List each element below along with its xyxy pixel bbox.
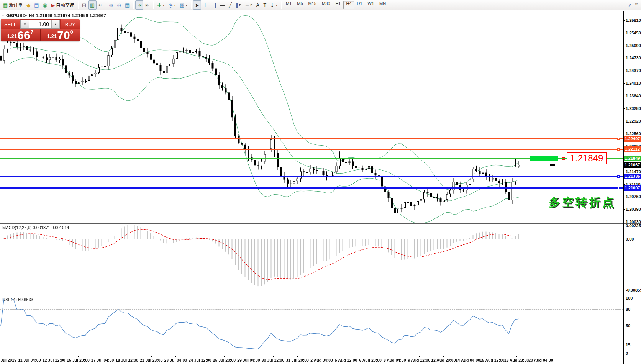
tile-windows-button[interactable]: ▦ xyxy=(123,0,131,10)
dropdown-arrow-icon[interactable]: ▾ xyxy=(186,3,187,7)
time-axis-label: 21 Jul 23:00 xyxy=(140,358,163,362)
annotation-text[interactable]: 多空转折点 xyxy=(549,195,616,210)
resistance-line-upper[interactable] xyxy=(0,138,623,139)
time-axis-label: 5 Aug 12:00 xyxy=(335,358,357,362)
resistance-line-lower-handle[interactable] xyxy=(617,148,620,151)
crosshair-button[interactable]: ✛ xyxy=(201,0,209,10)
templates-button[interactable]: ▨▾ xyxy=(177,0,189,10)
price-axis-label: 1.24370 xyxy=(626,68,640,73)
text-icon: A xyxy=(256,3,259,8)
cursor-button[interactable]: ➤ xyxy=(193,0,201,10)
price-axis-label: 1.25810 xyxy=(626,18,640,23)
mt4-window: ▦新订单◆▤◉▶自动交易⊟▥≈⊕⊖▦⇥⇤✚▾◷▾▨▾➤✛|—╱∥E≣FAT⇣▾M… xyxy=(0,0,641,364)
horizontal-line-button[interactable]: — xyxy=(218,0,227,10)
timeframe-m5-button[interactable]: M5 xyxy=(294,1,305,9)
resistance-line-upper-handle[interactable] xyxy=(617,138,620,140)
vertical-line-button[interactable]: | xyxy=(213,0,218,10)
channel-button[interactable]: ∥E xyxy=(234,0,243,10)
signals-button[interactable]: ◉ xyxy=(41,0,49,10)
indicators-button[interactable]: ✚▾ xyxy=(155,0,166,10)
timeframe-h4-button[interactable]: H4 xyxy=(343,1,354,9)
price-axis-label: 1.20750 xyxy=(626,194,640,199)
pane-divider[interactable] xyxy=(0,225,641,225)
search-icon[interactable]: ⌕ xyxy=(629,2,632,8)
metaeditor-icon: ◆ xyxy=(26,3,30,8)
zoom-out-button[interactable]: ⊖ xyxy=(115,0,123,10)
callout-connector-line xyxy=(558,158,567,159)
dropdown-arrow-icon[interactable]: ▾ xyxy=(174,3,175,7)
metaeditor-button[interactable]: ◆ xyxy=(25,0,32,10)
time-axis-label: 31 Jul 20:00 xyxy=(286,358,309,362)
buy-button[interactable]: BUY xyxy=(61,19,80,29)
toolbar-separator xyxy=(133,1,134,9)
macd-axis-label: 0.002256 xyxy=(626,223,641,228)
timeframe-m1-button[interactable]: M1 xyxy=(283,1,294,9)
volume-increase-button[interactable]: ▲ xyxy=(51,20,60,28)
candlestick-chart-button[interactable]: ▥ xyxy=(88,0,97,10)
sell-price-display[interactable]: 1.21 66 7 xyxy=(1,29,40,41)
autotrading-button[interactable]: ▶自动交易 xyxy=(49,0,76,10)
toolbar-separator xyxy=(105,1,105,9)
rsi-axis-label: 15 xyxy=(626,343,640,347)
chart-shift-button[interactable]: ⇤ xyxy=(143,0,151,10)
timeframe-m30-button[interactable]: M30 xyxy=(319,1,333,9)
volume-input[interactable] xyxy=(29,20,51,28)
symbol-period-label: GBPUSD-,H4 xyxy=(6,13,34,18)
timeframe-h1-button[interactable]: H1 xyxy=(333,1,343,9)
periods-button[interactable]: ◷▾ xyxy=(166,0,177,10)
support-line-lower-handle[interactable] xyxy=(617,187,620,189)
new-order-button[interactable]: ▦新订单 xyxy=(1,0,25,10)
pane-divider[interactable] xyxy=(0,223,641,224)
sell-price-main: 66 xyxy=(17,30,30,40)
sell-price-pip: 7 xyxy=(31,29,33,35)
strategy-tester-button[interactable]: ▤ xyxy=(32,0,41,10)
zoom-in-button[interactable]: ⊕ xyxy=(107,0,115,10)
label-button[interactable]: T xyxy=(261,0,268,10)
zoom-out-icon: ⊖ xyxy=(117,3,121,8)
timeframe-d1-button[interactable]: D1 xyxy=(354,1,365,9)
templates-icon: ▨ xyxy=(179,3,184,8)
highlight-rectangle[interactable] xyxy=(530,156,558,161)
new-order-icon: ▦ xyxy=(3,3,8,8)
buy-price-display[interactable]: 1.21 70 0 xyxy=(41,29,80,41)
auto-scroll-icon: ⇥ xyxy=(137,3,141,8)
fibonacci-button[interactable]: ≣F xyxy=(243,0,254,10)
support-line-upper[interactable] xyxy=(0,176,623,177)
pane-divider[interactable] xyxy=(0,296,641,296)
icon-subscript: F xyxy=(251,3,252,7)
autotrading-icon: ▶ xyxy=(51,3,55,8)
resistance-line-lower[interactable] xyxy=(0,149,623,150)
line-chart-button[interactable]: ≈ xyxy=(97,0,103,10)
time-axis-label: 18 Aug 23:00 xyxy=(504,358,529,362)
support-line-lower[interactable] xyxy=(0,187,623,189)
toolbar: ▦新订单◆▤◉▶自动交易⊟▥≈⊕⊖▦⇥⇤✚▾◷▾▨▾➤✛|—╱∥E≣FAT⇣▾M… xyxy=(0,0,641,10)
price-axis-border xyxy=(623,11,624,364)
price-axis-label: 1.25090 xyxy=(626,43,640,48)
buy-price-pip: 0 xyxy=(70,29,73,35)
trendline-button[interactable]: ╱ xyxy=(227,0,234,10)
arrows-button[interactable]: ⇣▾ xyxy=(268,0,279,10)
text-button[interactable]: A xyxy=(254,0,261,10)
timeframe-mn-button[interactable]: MN xyxy=(377,1,389,9)
line-chart-icon: ≈ xyxy=(98,3,101,8)
support-line-upper-handle[interactable] xyxy=(617,175,620,178)
timeframe-w1-button[interactable]: W1 xyxy=(365,1,377,9)
price-axis-label: 1.22920 xyxy=(626,119,640,123)
sell-button[interactable]: SELL xyxy=(1,19,20,29)
bar-chart-button[interactable]: ⊟ xyxy=(80,0,88,10)
price-callout-box[interactable]: 1.21849 xyxy=(567,152,607,164)
dropdown-arrow-icon[interactable]: ▾ xyxy=(163,3,164,7)
volume-decrease-button[interactable]: ▼ xyxy=(21,20,29,28)
resistance-line-lower-price-badge: 1.22112 xyxy=(624,146,641,152)
zoom-in-icon: ⊕ xyxy=(109,3,113,8)
collapse-arrow-icon[interactable]: ▲ xyxy=(2,14,5,17)
rsi-axis-label: 0 xyxy=(626,351,640,356)
periods-icon: ◷ xyxy=(168,3,172,8)
time-axis-label: 14 Aug 04:00 xyxy=(456,358,480,362)
auto-scroll-button[interactable]: ⇥ xyxy=(135,0,143,10)
timeframe-m15-button[interactable]: M15 xyxy=(306,1,319,9)
dropdown-arrow-icon[interactable]: ▾ xyxy=(276,3,277,7)
channel-icon: ∥ xyxy=(236,3,238,8)
chat-icon[interactable]: ❞ xyxy=(635,2,638,8)
pane-divider[interactable] xyxy=(0,295,641,295)
